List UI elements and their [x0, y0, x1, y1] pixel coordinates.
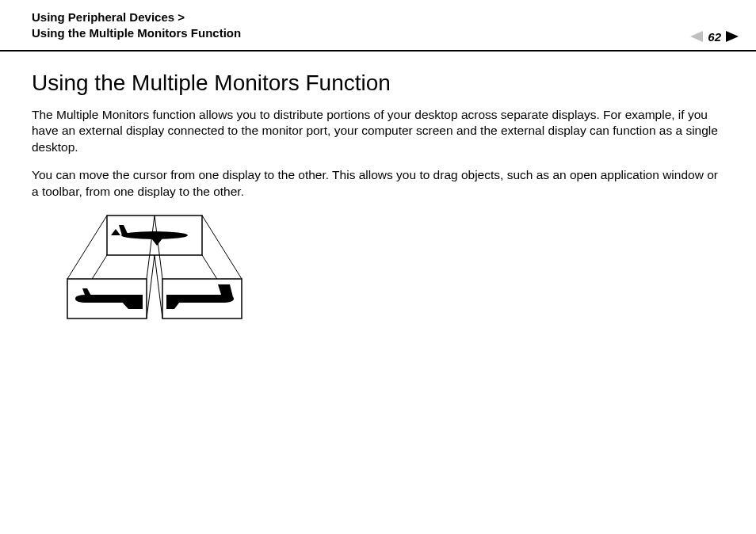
svg-line-8 [155, 255, 162, 318]
svg-marker-1 [726, 31, 739, 42]
next-page-button[interactable] [726, 31, 739, 42]
page-content: Using the Multiple Monitors Function The… [0, 51, 756, 334]
paragraph-1: The Multiple Monitors function allows yo… [32, 107, 724, 157]
breadcrumb-line-1: Using Peripheral Devices > [32, 10, 724, 25]
page-number: 62 [708, 30, 721, 44]
svg-line-3 [67, 216, 107, 279]
svg-marker-0 [690, 31, 703, 42]
page-title: Using the Multiple Monitors Function [32, 71, 724, 96]
svg-line-6 [147, 255, 155, 318]
page-header: Using Peripheral Devices > Using the Mul… [0, 0, 756, 51]
prev-page-icon [690, 31, 703, 42]
breadcrumb-line-2: Using the Multiple Monitors Function [32, 25, 724, 41]
breadcrumb: Using Peripheral Devices > Using the Mul… [32, 10, 724, 42]
next-page-icon [726, 31, 739, 42]
prev-page-button[interactable] [690, 31, 703, 42]
paragraph-2: You can move the cursor from one display… [32, 167, 724, 200]
multiple-monitors-diagram [63, 212, 724, 334]
svg-line-9 [202, 216, 242, 279]
page-navigation: 62 [690, 30, 739, 44]
